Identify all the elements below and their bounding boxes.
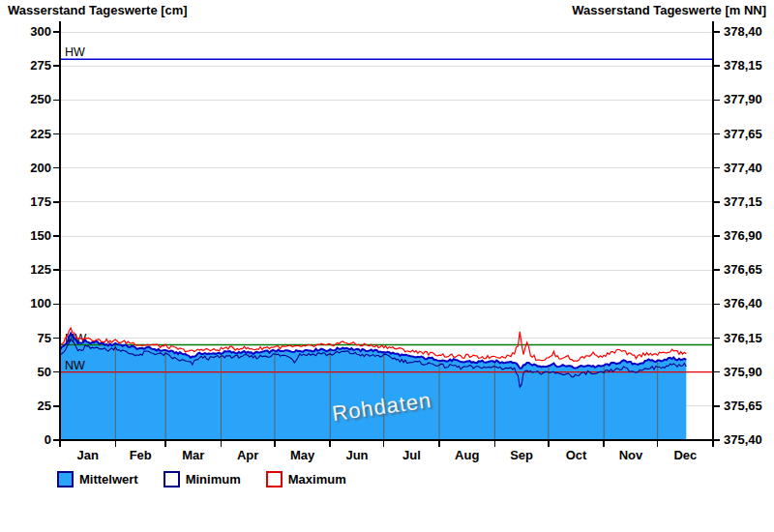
chart-legend: Mittelwert Minimum Maximum bbox=[57, 471, 346, 488]
left-axis-tick-label: 0 bbox=[7, 432, 51, 448]
legend-item-minimum: Minimum bbox=[164, 471, 241, 488]
legend-swatch-maximum bbox=[266, 471, 283, 488]
legend-label-maximum: Maximum bbox=[288, 472, 346, 487]
left-axis-tick-label: 175 bbox=[7, 194, 51, 210]
right-axis-tick-label: 378,40 bbox=[724, 24, 774, 40]
right-axis-tick-label: 378,15 bbox=[724, 58, 774, 74]
right-axis-tick-label: 377,40 bbox=[724, 161, 774, 176]
month-label: Dec bbox=[658, 448, 712, 462]
right-axis-tick-label: 377,15 bbox=[724, 194, 774, 210]
right-axis-tick-label: 376,65 bbox=[724, 262, 774, 278]
month-label: Sep bbox=[494, 448, 549, 462]
right-axis-tick-label: 376,15 bbox=[724, 331, 774, 346]
legend-label-minimum: Minimum bbox=[186, 472, 241, 487]
legend-item-maximum: Maximum bbox=[266, 471, 346, 488]
legend-swatch-mittelwert bbox=[57, 471, 74, 488]
left-axis-tick-label: 300 bbox=[7, 24, 51, 40]
right-axis-tick-label: 376,40 bbox=[724, 296, 774, 311]
left-axis-tick-label: 250 bbox=[7, 92, 51, 107]
month-label: Jun bbox=[330, 448, 384, 462]
month-label: Nov bbox=[604, 448, 658, 462]
right-axis-tick-label: 375,40 bbox=[724, 432, 774, 448]
legend-label-mittelwert: Mittelwert bbox=[79, 472, 138, 487]
right-axis-tick-label: 376,90 bbox=[724, 228, 774, 244]
water-level-chart-page: Wasserstand Tageswerte [cm] Wasserstand … bbox=[0, 0, 774, 532]
month-label: Apr bbox=[221, 448, 275, 462]
right-axis-tick-label: 375,65 bbox=[724, 399, 774, 414]
month-label: Jul bbox=[384, 448, 438, 462]
legend-swatch-minimum bbox=[164, 471, 180, 488]
right-axis-tick-label: 377,65 bbox=[724, 127, 774, 142]
left-axis-tick-label: 275 bbox=[7, 58, 51, 74]
right-axis-tick-label: 377,90 bbox=[724, 92, 774, 107]
legend-item-mittelwert: Mittelwert bbox=[57, 471, 138, 488]
month-label: May bbox=[276, 448, 330, 462]
right-axis-tick-label: 375,90 bbox=[724, 365, 774, 380]
left-axis-tick-label: 125 bbox=[7, 262, 51, 278]
hw-reference-label: HW bbox=[65, 45, 85, 59]
left-axis-tick-label: 225 bbox=[7, 127, 51, 142]
month-label: Feb bbox=[113, 448, 167, 462]
left-axis-tick-label: 25 bbox=[7, 399, 51, 414]
left-axis-tick-label: 100 bbox=[7, 296, 51, 311]
left-axis-tick-label: 50 bbox=[7, 365, 51, 380]
left-axis-tick-label: 150 bbox=[7, 228, 51, 244]
month-label: Mar bbox=[166, 448, 221, 462]
nw-reference-label: NW bbox=[65, 359, 85, 372]
month-label: Jan bbox=[61, 448, 115, 462]
month-label: Aug bbox=[440, 448, 494, 462]
left-axis-tick-label: 200 bbox=[7, 161, 51, 176]
left-axis-tick-label: 75 bbox=[7, 331, 51, 346]
month-label: Oct bbox=[550, 448, 604, 462]
